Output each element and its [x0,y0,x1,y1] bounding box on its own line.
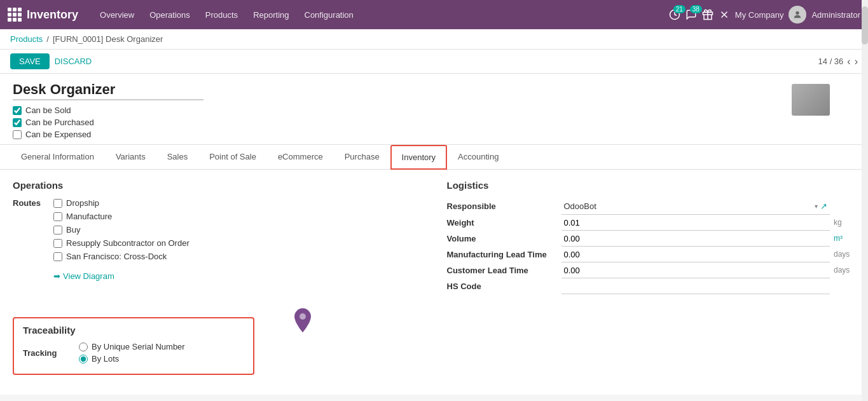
weight-label: Weight [447,215,561,231]
scrollbar-track[interactable] [862,74,868,395]
menu-configuration[interactable]: Configuration [298,6,360,24]
volume-value[interactable] [561,231,830,247]
mfg-lead-unit: days [830,247,855,262]
activity-badge: 21 [673,5,685,13]
traceability-area: Traceability Tracking By Unique Serial N… [13,307,855,375]
toolbar: SAVE DISCARD 14 / 36 ‹ › [0,50,868,74]
cust-lead-input[interactable] [561,264,830,276]
external-link-icon[interactable]: ↗ [820,201,827,211]
svg-point-6 [300,313,306,320]
view-diagram-link[interactable]: ➡ View Diagram [53,271,189,281]
route-dropship[interactable]: Dropship [53,198,189,208]
product-header: Desk Organizer Can be Sold Can be Purcha… [0,74,868,145]
mfg-lead-label: Manufacturing Lead Time [447,247,561,262]
tab-sales[interactable]: Sales [156,145,199,170]
tab-purchase[interactable]: Purchase [334,145,390,170]
tracking-lots[interactable]: By Lots [79,354,185,364]
cust-lead-value[interactable] [561,262,830,278]
can-be-sold-checkbox[interactable] [13,106,22,115]
dropdown-arrow-icon: ▾ [815,203,818,210]
prev-button[interactable]: ‹ [847,56,850,67]
route-buy[interactable]: Buy [53,225,189,234]
discard-button[interactable]: DISCARD [55,57,92,66]
hs-code-value[interactable] [561,278,830,294]
svg-point-5 [796,11,799,15]
route-resupply[interactable]: Resupply Subcontractor on Order [53,238,189,248]
product-image [792,84,830,116]
can-be-sold-row[interactable]: Can be Sold [13,105,855,115]
tracking-label: Tracking [23,348,74,358]
logistics-hs-code-row: HS Code [447,278,856,294]
tab-accounting[interactable]: Accounting [447,145,509,170]
menu-overview[interactable]: Overview [93,6,141,24]
menu-products[interactable]: Products [199,6,244,24]
topnav: Inventory Overview Operations Products R… [0,0,868,29]
arrow-icon: ➡ [53,271,60,281]
weight-input[interactable] [561,217,830,229]
topnav-right: 21 38 My Company [669,6,860,24]
cust-lead-unit: days [830,262,855,278]
route-manufacture[interactable]: Manufacture [53,212,189,221]
responsible-label: Responsible [447,198,561,215]
tracking-row: Tracking By Unique Serial Number By Lots [23,342,244,364]
volume-unit: m³ [830,231,855,247]
product-flags: Can be Sold Can be Purchased Can be Expe… [13,105,855,139]
gift-button[interactable] [702,9,713,20]
tabs-bar: General Information Variants Sales Point… [0,145,868,170]
app-logo: Inventory [27,8,78,22]
can-be-sold-label: Can be Sold [25,105,71,115]
menu-reporting[interactable]: Reporting [247,6,295,24]
logistics-table: Responsible OdooBot ▾ ↗ [447,198,856,294]
page-content: Desk Organizer Can be Sold Can be Purcha… [0,74,868,395]
breadcrumb-parent[interactable]: Products [10,34,43,44]
toolbar-right: 14 / 36 ‹ › [818,56,858,67]
tracking-lots-radio[interactable] [79,355,88,364]
operations-section: Operations Routes Dropship Manufa [13,180,422,294]
logistics-title: Logistics [447,180,856,191]
routes-list: Dropship Manufacture Buy [53,198,189,281]
tracking-serial-radio[interactable] [79,343,88,351]
responsible-value: OdooBot ▾ ↗ [561,198,830,215]
tab-inventory[interactable]: Inventory [390,145,447,170]
mfg-lead-input[interactable] [561,248,830,261]
tracking-serial[interactable]: By Unique Serial Number [79,342,185,351]
can-be-expensed-label: Can be Expensed [25,130,91,139]
weight-value[interactable] [561,215,830,231]
product-title: Desk Organizer [13,81,203,100]
map-pin-area [254,307,313,334]
user-avatar[interactable] [789,6,806,24]
breadcrumb: Products / [FURN_0001] Desk Organizer [0,29,868,50]
map-pin-icon [293,307,313,334]
tab-variants[interactable]: Variants [105,145,156,170]
company-name[interactable]: My Company [735,10,784,20]
messages-badge: 38 [690,5,702,13]
mfg-lead-value[interactable] [561,247,830,262]
breadcrumb-separator: / [46,34,49,44]
can-be-purchased-row[interactable]: Can be Purchased [13,118,855,127]
close-button[interactable] [719,9,730,20]
can-be-purchased-label: Can be Purchased [25,118,94,127]
tracking-options: By Unique Serial Number By Lots [79,342,185,364]
apps-icon[interactable] [8,8,22,22]
route-cross-dock[interactable]: San Francisco: Cross-Dock [53,252,189,261]
logistics-responsible-row: Responsible OdooBot ▾ ↗ [447,198,856,215]
next-button[interactable]: › [855,56,858,67]
tab-ecommerce[interactable]: eCommerce [267,145,334,170]
hs-code-input[interactable] [561,280,830,292]
volume-input[interactable] [561,233,830,245]
menu-operations[interactable]: Operations [143,6,196,24]
messages-button[interactable]: 38 [685,9,697,20]
save-button[interactable]: SAVE [10,53,50,69]
breadcrumb-current: [FURN_0001] Desk Organizer [53,34,163,44]
tab-general-information[interactable]: General Information [10,145,105,170]
inventory-tab-content: Operations Routes Dropship Manufa [0,170,868,385]
activity-button[interactable]: 21 [669,9,680,20]
logistics-mfg-lead-row: Manufacturing Lead Time days [447,247,856,262]
tab-pos[interactable]: Point of Sale [198,145,267,170]
logistics-cust-lead-row: Customer Lead Time days [447,262,856,278]
logistics-weight-row: Weight kg [447,215,856,231]
can-be-expensed-row[interactable]: Can be Expensed [13,130,855,139]
can-be-expensed-checkbox[interactable] [13,130,22,139]
can-be-purchased-checkbox[interactable] [13,118,22,127]
logistics-section: Logistics Responsible OdooBot ▾ [447,180,856,294]
